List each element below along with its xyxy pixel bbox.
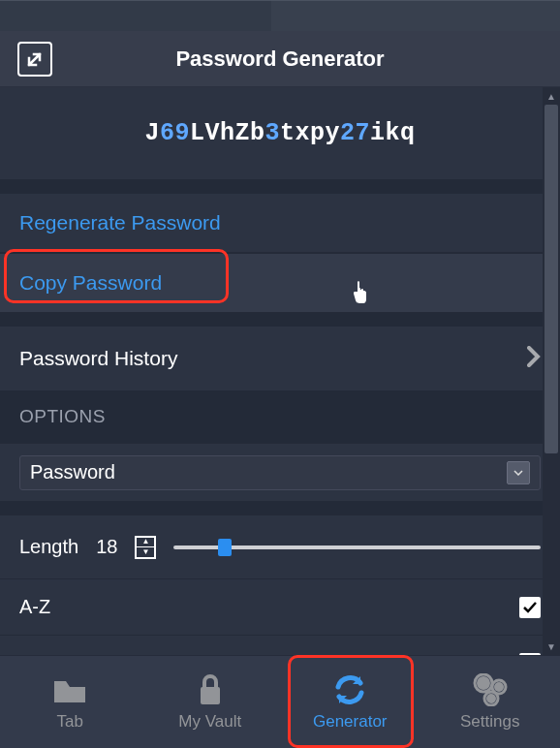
chevron-down-icon (507, 461, 530, 484)
charset-label: A-Z (19, 596, 50, 618)
scrollbar-track[interactable] (543, 105, 560, 638)
length-stepper[interactable]: ▲ ▼ (135, 536, 156, 559)
checkbox[interactable] (519, 597, 541, 618)
charset-check-A-Z[interactable]: A-Z (0, 578, 560, 635)
link-section: Regenerate Password Copy Password (0, 193, 560, 313)
svg-point-1 (477, 676, 490, 690)
generated-password-text: J69LVhZb3txpy27ikq (144, 119, 415, 147)
vault-icon (197, 673, 224, 706)
length-label: Length (19, 536, 78, 558)
tab-settings[interactable]: Settings (420, 656, 561, 748)
page-title: Password Generator (52, 47, 508, 72)
settings-icon (472, 673, 509, 706)
generator-icon (333, 673, 366, 706)
slider-thumb[interactable] (218, 539, 232, 556)
options-heading: OPTIONS (0, 390, 560, 443)
length-row: Length 18 ▲ ▼ (0, 514, 560, 578)
stepper-down-icon: ▼ (137, 547, 154, 557)
popout-button[interactable] (17, 42, 52, 77)
password-type-select[interactable]: Password (19, 455, 541, 490)
scroll-down-icon: ▼ (543, 638, 560, 655)
titlebar-right (271, 1, 560, 31)
regenerate-password-link[interactable]: Regenerate Password (0, 193, 560, 253)
scrollbar-thumb[interactable] (544, 105, 558, 453)
copy-label: Copy Password (19, 271, 162, 295)
section-divider (0, 179, 560, 193)
tab-label: Generator (313, 712, 388, 732)
scroll-area: J69LVhZb3txpy27ikq Regenerate Password C… (0, 87, 560, 655)
charset-label: a-z (19, 652, 47, 655)
window-titlebar (0, 0, 560, 31)
section-divider (0, 501, 560, 514)
tab-icon (52, 673, 87, 706)
regenerate-label: Regenerate Password (19, 211, 221, 234)
titlebar-left (0, 1, 271, 31)
tab-generator[interactable]: Generator (280, 656, 420, 748)
check-icon (522, 600, 538, 615)
header-bar: Password Generator (0, 31, 560, 87)
stepper-up-icon: ▲ (137, 538, 154, 548)
svg-rect-0 (201, 687, 220, 704)
length-slider[interactable] (173, 545, 541, 549)
tab-label: My Vault (178, 712, 241, 732)
generated-password-display: J69LVhZb3txpy27ikq (0, 87, 560, 179)
scroll-up-icon: ▲ (543, 87, 560, 105)
charset-check-a-z[interactable]: a-z (0, 635, 560, 655)
scrollbar[interactable]: ▲ ▼ (543, 87, 560, 655)
tab-vault[interactable]: My Vault (140, 656, 281, 748)
copy-password-link[interactable]: Copy Password (0, 253, 560, 313)
tab-label: Settings (460, 712, 519, 732)
bottom-tab-bar: TabMy VaultGeneratorSettings (0, 655, 560, 748)
svg-point-3 (486, 694, 496, 703)
tab-tab[interactable]: Tab (0, 656, 140, 748)
chevron-right-icon (527, 346, 541, 372)
tab-label: Tab (57, 712, 83, 732)
password-type-row: Password (0, 443, 560, 501)
checkbox[interactable] (519, 653, 541, 656)
charset-checks: A-Za-z (0, 578, 560, 655)
history-label: Password History (19, 347, 177, 370)
svg-point-2 (494, 682, 504, 692)
section-divider (0, 313, 560, 327)
body: J69LVhZb3txpy27ikq Regenerate Password C… (0, 87, 560, 655)
type-select-value: Password (30, 461, 115, 483)
popout-icon (26, 50, 44, 68)
length-value: 18 (96, 536, 117, 558)
password-history-link[interactable]: Password History (0, 327, 560, 390)
